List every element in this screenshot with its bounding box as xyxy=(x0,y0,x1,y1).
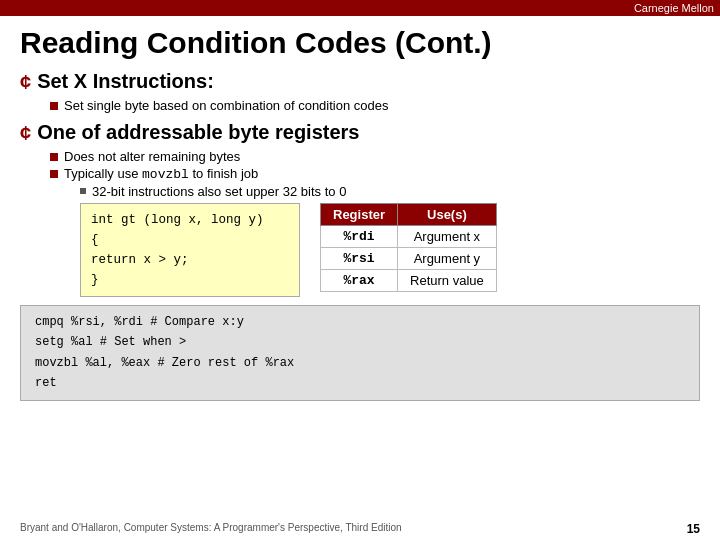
setx-bullet-1: Set single byte based on combination of … xyxy=(50,98,700,113)
section-setx-heading: ¢ Set X Instructions: xyxy=(20,70,700,94)
sub-sub-bullet-marker xyxy=(80,188,86,194)
code-line-2: { xyxy=(91,230,289,250)
setx-bullet-1-text: Set single byte based on combination of … xyxy=(64,98,389,113)
section-addressable: ¢ One of addressable byte registers Does… xyxy=(20,121,700,297)
code-table-row: int gt (long x, long y) { return x > y; … xyxy=(80,203,700,297)
bullet-circle-2: ¢ xyxy=(20,121,31,145)
bottom-code-box: cmpq %rsi, %rdi # Compare x:ysetg %al # … xyxy=(20,305,700,401)
register-table: Register Use(s) %rdiArgument x%rsiArgume… xyxy=(320,203,497,292)
section-setx-label: Set X Instructions: xyxy=(37,70,214,93)
addressable-bullet-1-text: Does not alter remaining bytes xyxy=(64,149,240,164)
code-line-1: int gt (long x, long y) xyxy=(91,210,289,230)
sub-bullet-marker-3 xyxy=(50,170,58,178)
footer-left: Bryant and O'Hallaron, Computer Systems:… xyxy=(20,522,402,536)
code-line-4: } xyxy=(91,270,289,290)
table-header-register: Register xyxy=(321,204,398,226)
sub-bullet-marker-1 xyxy=(50,102,58,110)
section-setx: ¢ Set X Instructions: Set single byte ba… xyxy=(20,70,700,113)
code-box: int gt (long x, long y) { return x > y; … xyxy=(80,203,300,297)
footer: Bryant and O'Hallaron, Computer Systems:… xyxy=(20,522,700,536)
bottom-code-line: ret xyxy=(35,373,685,393)
footer-right: 15 xyxy=(687,522,700,536)
bullet-circle-1: ¢ xyxy=(20,70,31,94)
main-content: Reading Condition Codes (Cont.) ¢ Set X … xyxy=(0,16,720,411)
table-header-use: Use(s) xyxy=(398,204,497,226)
code-line-3: return x > y; xyxy=(91,250,289,270)
table-cell-register: %rax xyxy=(321,270,398,292)
addressable-bullet-1: Does not alter remaining bytes xyxy=(50,149,700,164)
addressable-sub-bullet-text: 32-bit instructions also set upper 32 bi… xyxy=(92,184,346,199)
slide-title: Reading Condition Codes (Cont.) xyxy=(20,26,700,60)
table-cell-register: %rsi xyxy=(321,248,398,270)
bottom-code-line: cmpq %rsi, %rdi # Compare x:y xyxy=(35,312,685,332)
section-addressable-heading: ¢ One of addressable byte registers xyxy=(20,121,700,145)
table-cell-register: %rdi xyxy=(321,226,398,248)
table-cell-use: Argument x xyxy=(398,226,497,248)
top-bar-label: Carnegie Mellon xyxy=(634,2,714,14)
addressable-bullet-2: Typically use movzbl to finish job xyxy=(50,166,700,182)
top-bar: Carnegie Mellon xyxy=(0,0,720,16)
table-cell-use: Return value xyxy=(398,270,497,292)
table-cell-use: Argument y xyxy=(398,248,497,270)
addressable-sub-bullet: 32-bit instructions also set upper 32 bi… xyxy=(80,184,700,199)
sub-bullet-marker-2 xyxy=(50,153,58,161)
bottom-code-line: setg %al # Set when > xyxy=(35,332,685,352)
bottom-code-line: movzbl %al, %eax # Zero rest of %rax xyxy=(35,353,685,373)
addressable-bullet-2-text: Typically use movzbl to finish job xyxy=(64,166,258,182)
section-addressable-label: One of addressable byte registers xyxy=(37,121,359,144)
